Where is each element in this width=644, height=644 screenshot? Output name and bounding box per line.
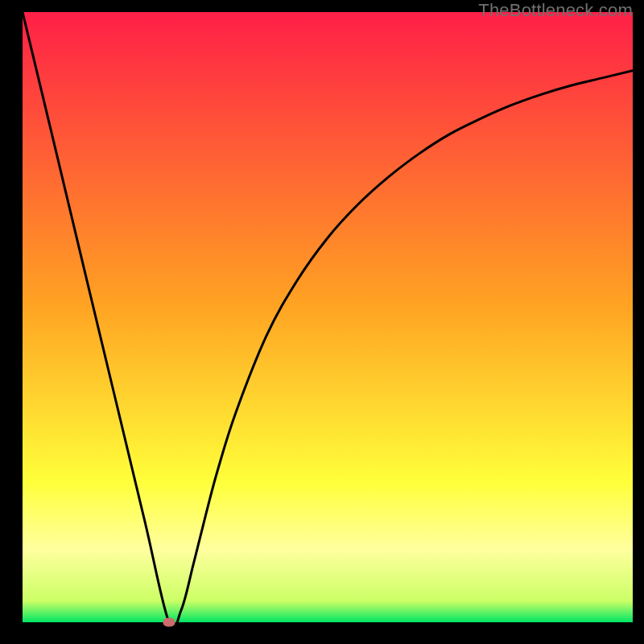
minimum-marker [163,618,175,627]
chart-frame: TheBottleneck.com [0,0,644,644]
plot-area [23,12,633,622]
watermark-text: TheBottleneck.com [478,0,633,21]
plot-outer-border [23,12,633,622]
bottleneck-curve [23,12,633,622]
